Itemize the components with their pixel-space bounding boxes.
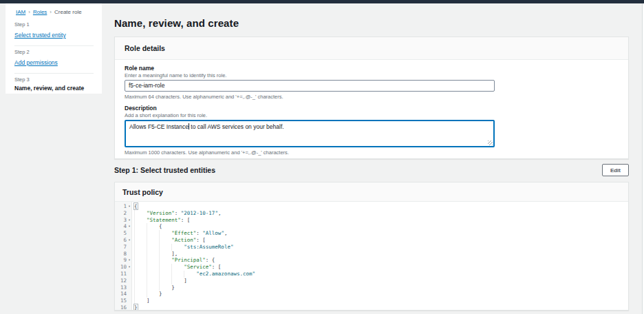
sidebar-item-add-permissions[interactable]: Add permissions xyxy=(14,59,58,66)
code-line: 7"sts:AssumeRole" xyxy=(115,244,628,251)
code-line: 9▾"Principal": { xyxy=(115,257,628,264)
breadcrumb-link-iam[interactable]: IAM xyxy=(16,9,25,15)
chevron-right-icon: › xyxy=(28,9,30,15)
step-1-label: Step 1 xyxy=(14,21,102,28)
line-number: 5 xyxy=(115,230,127,237)
fold-caret-empty xyxy=(127,251,132,258)
line-number: 11 xyxy=(115,271,127,278)
trust-policy-header: Trust policy xyxy=(115,182,628,202)
role-name-hint: Maximum 64 characters. Use alphanumeric … xyxy=(125,94,619,100)
side-navigation-panel: IAM › Roles › Create role Step 1 Select … xyxy=(6,3,102,94)
fold-caret-empty xyxy=(127,210,132,217)
sidebar-item-name-review-create: Name, review, and create xyxy=(14,85,102,92)
fold-caret-icon[interactable]: ▾ xyxy=(127,237,132,244)
fold-caret-icon[interactable]: ▾ xyxy=(127,264,132,271)
fold-caret-empty xyxy=(127,230,132,237)
line-number: 16 xyxy=(115,304,127,311)
description-textarea[interactable]: Allows F5-CE Instance to call AWS servic… xyxy=(125,120,495,147)
step1-section-row: Step 1: Select trusted entities Edit xyxy=(114,163,629,178)
breadcrumb-current: Create role xyxy=(54,9,82,15)
code-line: 15] xyxy=(115,297,628,304)
role-details-header: Role details xyxy=(115,37,628,60)
breadcrumb: IAM › Roles › Create role xyxy=(6,3,102,16)
code-line: 10▾"Service": [ xyxy=(115,264,628,271)
page-title: Name, review, and create xyxy=(114,17,239,29)
line-number: 12 xyxy=(115,278,127,284)
fold-caret-empty xyxy=(127,244,132,251)
edit-button[interactable]: Edit xyxy=(602,164,629,176)
line-number: 3 xyxy=(115,217,127,224)
role-name-helper: Enter a meaningful name to identify this… xyxy=(125,72,619,78)
fold-caret-icon[interactable]: ▾ xyxy=(127,257,132,264)
chevron-right-icon: › xyxy=(50,9,52,15)
role-name-label: Role name xyxy=(125,65,619,72)
fold-caret-empty xyxy=(127,304,132,311)
code-line: 12] xyxy=(115,278,628,284)
code-line: 6▾"Action": [ xyxy=(115,237,628,244)
sidebar-item-select-trusted-entity[interactable]: Select trusted entity xyxy=(14,32,66,39)
breadcrumb-link-roles[interactable]: Roles xyxy=(33,9,47,15)
fold-caret-icon[interactable]: ▾ xyxy=(127,223,132,230)
code-line: 14} xyxy=(115,291,628,297)
line-number: 2 xyxy=(115,210,127,217)
trust-policy-editor[interactable]: 1▾{2"Version": "2012-10-17",3▾"Statement… xyxy=(115,202,628,311)
line-number: 4 xyxy=(115,223,127,230)
resize-handle-icon[interactable] xyxy=(488,140,493,145)
role-name-input[interactable]: f5-ce-iam-role xyxy=(125,80,495,92)
line-number: 13 xyxy=(115,284,127,291)
step1-section-heading: Step 1: Select trusted entities xyxy=(114,166,215,174)
trust-policy-card: Trust policy 1▾{2"Version": "2012-10-17"… xyxy=(114,182,629,311)
divider xyxy=(14,73,94,74)
code-line: 8], xyxy=(115,251,628,258)
fold-caret-icon[interactable]: ▾ xyxy=(127,203,132,210)
line-number: 14 xyxy=(115,291,127,297)
wizard-steps-nav: Step 1 Select trusted entity Step 2 Add … xyxy=(6,16,102,92)
code-line: 1▾{ xyxy=(115,203,628,210)
line-number: 7 xyxy=(115,244,127,251)
description-hint: Maximum 1000 characters. Use alphanumeri… xyxy=(125,149,619,156)
code-line: 3▾"Statement": [ xyxy=(115,217,628,224)
code-line: 13} xyxy=(115,284,628,291)
code-line: 16} xyxy=(115,304,628,311)
code-line: 11"ec2.amazonaws.com" xyxy=(115,271,628,278)
description-value: Allows F5-CE Instance to call AWS servic… xyxy=(129,123,284,130)
step-2-label: Step 2 xyxy=(14,49,102,55)
divider xyxy=(14,45,94,46)
step-3-label: Step 3 xyxy=(14,76,102,83)
line-number: 6 xyxy=(115,237,127,244)
line-number: 8 xyxy=(115,251,127,258)
fold-caret-empty xyxy=(127,297,132,304)
line-number: 1 xyxy=(115,203,127,210)
line-number: 10 xyxy=(115,264,127,271)
fold-caret-empty xyxy=(127,284,132,291)
line-number: 9 xyxy=(115,257,127,264)
fold-caret-empty xyxy=(127,291,132,297)
fold-caret-empty xyxy=(127,278,132,284)
fold-caret-empty xyxy=(127,271,132,278)
role-details-card: Role details Role name Enter a meaningfu… xyxy=(114,36,629,159)
description-helper: Add a short explanation for this role. xyxy=(125,112,619,118)
code-line: 2"Version": "2012-10-17", xyxy=(115,210,628,217)
fold-caret-icon[interactable]: ▾ xyxy=(127,217,132,224)
line-number: 15 xyxy=(115,297,127,304)
code-line: 5"Effect": "Allow", xyxy=(115,230,628,237)
code-line: 4▾{ xyxy=(115,223,628,230)
description-label: Description xyxy=(125,105,619,112)
